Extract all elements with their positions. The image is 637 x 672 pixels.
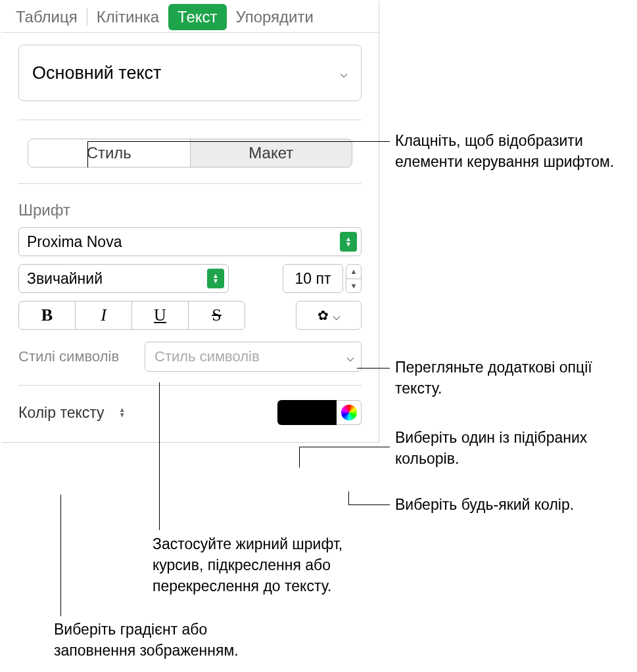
stepper-down-icon: ▼ (346, 279, 361, 293)
top-tabs: Таблиця Клітинка Текст Упорядити (1, 1, 379, 33)
callout-line (299, 447, 390, 447)
font-weight-value: Звичайний (27, 270, 103, 288)
format-panel: Таблиця Клітинка Текст Упорядити Основни… (1, 1, 379, 443)
callout-line (60, 495, 61, 616)
callout-line (159, 382, 160, 530)
color-wheel-icon (341, 405, 357, 420)
segment-layout[interactable]: Макет (191, 139, 352, 167)
font-family-row: Proxima Nova ▲▼ (1, 219, 379, 256)
callout-text: Клацніть, щоб відобразити елементи керув… (395, 130, 637, 172)
select-arrows-icon: ▲▼ (340, 232, 357, 252)
callout-line (348, 491, 349, 504)
strikethrough-button[interactable]: S (189, 302, 245, 329)
character-styles-placeholder: Стиль символів (154, 348, 260, 365)
chevron-down-icon: ⌵ (346, 349, 354, 365)
font-weight-row: Звичайний ▲▼ 10 пт ▲ ▼ (1, 256, 379, 293)
style-layout-segment: Стиль Макет (28, 139, 352, 168)
font-size-stepper[interactable]: ▲ ▼ (346, 264, 362, 293)
italic-button[interactable]: I (76, 302, 132, 329)
callout-line (357, 368, 390, 369)
paragraph-style-section: Основний текст ⌵ (1, 33, 379, 108)
stepper-up-icon: ▲ (346, 265, 361, 279)
callout-line (87, 141, 88, 168)
color-swatch[interactable] (277, 400, 337, 425)
paragraph-style-dropdown[interactable]: Основний текст ⌵ (18, 45, 362, 101)
character-styles-label: Стилі символів (18, 348, 137, 365)
callout-text: Виберіть градієнт або заповнення зображе… (54, 619, 277, 661)
format-row: B I U S ✿ ⌵ (1, 293, 379, 330)
select-arrows-icon: ▲▼ (207, 269, 224, 288)
callout-text: Застосуйте жирний шрифт, курсив, підкрес… (153, 533, 376, 596)
callout-line (299, 447, 300, 468)
font-size-field[interactable]: 10 пт (283, 264, 343, 293)
chevron-down-icon: ⌵ (333, 307, 341, 323)
gear-icon: ✿ (318, 307, 329, 323)
divider (18, 120, 362, 120)
text-color-label: Колір тексту (18, 404, 105, 422)
font-weight-select[interactable]: Звичайний ▲▼ (18, 264, 229, 293)
segment-style[interactable]: Стиль (28, 139, 191, 167)
bius-group: B I U S (18, 301, 245, 330)
callout-text: Виберіть один із підібраних кольорів. (395, 427, 637, 469)
advanced-options-button[interactable]: ✿ ⌵ (296, 301, 362, 330)
tab-arrange[interactable]: Упорядити (227, 4, 323, 30)
color-wheel-button[interactable] (337, 400, 362, 425)
select-arrows-icon[interactable]: ▲▼ (115, 403, 130, 422)
callout-text: Виберіть будь-який колір. (395, 494, 574, 515)
text-color-row: Колір тексту ▲▼ (1, 386, 379, 442)
tab-cell[interactable]: Клітинка (87, 4, 168, 30)
callout-line (87, 141, 390, 142)
font-family-select[interactable]: Proxima Nova ▲▼ (18, 227, 362, 256)
font-section-label: Шрифт (1, 184, 379, 219)
paragraph-style-value: Основний текст (32, 63, 161, 83)
font-size-group: 10 пт ▲ ▼ (283, 264, 362, 293)
chevron-down-icon: ⌵ (340, 65, 348, 81)
tab-table[interactable]: Таблиця (7, 4, 87, 30)
character-styles-row: Стилі символів Стиль символів ⌵ (1, 330, 379, 372)
callout-line (348, 504, 390, 505)
bold-button[interactable]: B (19, 302, 76, 329)
tab-text[interactable]: Текст (168, 4, 226, 30)
underline-button[interactable]: U (132, 302, 189, 329)
character-styles-select[interactable]: Стиль символів ⌵ (145, 342, 362, 372)
font-family-value: Proxima Nova (27, 233, 122, 251)
callout-text: Перегляньте додаткові опції тексту. (395, 357, 637, 399)
color-swatch-group (277, 400, 362, 425)
